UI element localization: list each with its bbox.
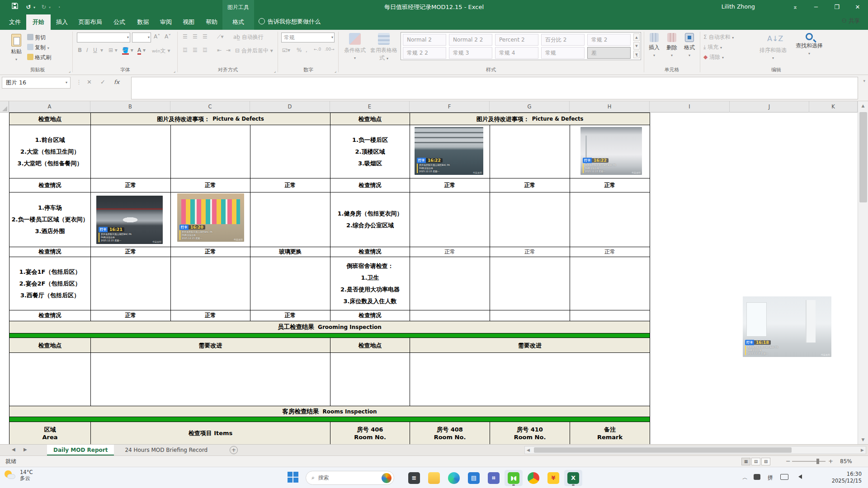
cell-F22[interactable]: [410, 192, 490, 247]
cell-B19[interactable]: 图片及待改进事项：Picture & Defects: [90, 113, 330, 125]
taskbar-app-file-explorer[interactable]: [425, 470, 443, 486]
volume-icon[interactable]: [798, 474, 802, 480]
cell-style-Normal 2[interactable]: Normal 2: [403, 34, 446, 46]
fill-color-icon[interactable]: 🪣 ▾: [122, 47, 133, 53]
cell-style-差[interactable]: 差: [587, 47, 631, 59]
photo-lockers[interactable]: 打卡16:20贵州省贵阳市观山湖区BAC PAPA商业综合体2025.12.15…: [177, 193, 244, 242]
cell-F28[interactable]: 需要改进: [410, 338, 650, 353]
cell-D24[interactable]: [250, 257, 330, 310]
taskbar-app-remote-app[interactable]: ⌗: [485, 470, 503, 486]
cell-E21[interactable]: 检查情况: [330, 178, 410, 192]
phonetic-icon[interactable]: wén文 ▾: [152, 47, 170, 55]
new-sheet-icon[interactable]: +: [230, 446, 238, 454]
cell-style-常规 2[interactable]: 常规 2: [587, 34, 631, 46]
align-left-icon[interactable]: ☲: [183, 47, 188, 53]
cell-D25[interactable]: 正常: [250, 310, 330, 321]
name-box[interactable]: 图片 16▾: [2, 77, 71, 89]
namebox-splitter[interactable]: ⋮: [76, 79, 82, 85]
cell-H21[interactable]: 正常: [570, 178, 650, 192]
scroll-left-icon[interactable]: ◀: [527, 448, 530, 452]
cell-D23[interactable]: 玻璃更换: [250, 247, 330, 257]
orientation-icon[interactable]: ⟋▾: [217, 33, 223, 40]
cell-C25[interactable]: 正常: [170, 310, 250, 321]
cell-B28[interactable]: 需要改进: [90, 338, 330, 353]
restore-icon[interactable]: ❐: [826, 0, 847, 14]
tab-视图[interactable]: 视图: [177, 14, 200, 30]
taskbar-app-excel[interactable]: X: [564, 470, 582, 486]
weather-widget[interactable]: 14°C多云: [5, 469, 33, 481]
align-right-icon[interactable]: ☲: [203, 47, 208, 53]
taskbar-app-edge-browser[interactable]: [445, 470, 463, 486]
column-header-K[interactable]: K: [809, 101, 858, 113]
cell-D21[interactable]: 正常: [250, 178, 330, 192]
cell-D22[interactable]: [250, 192, 330, 247]
number-dialog-launcher-icon[interactable]: ⌟: [335, 69, 336, 73]
cell-E25[interactable]: 检查情况: [330, 310, 410, 321]
cell-E19[interactable]: 检查地点: [330, 113, 410, 125]
merge-center-button[interactable]: ⊟ 合并后居中 ▾: [235, 47, 273, 55]
column-header-H[interactable]: H: [570, 101, 650, 113]
cell-B29[interactable]: [90, 352, 330, 406]
autosum-button[interactable]: Σ 自动求和 ▾: [703, 32, 734, 42]
cancel-formula-icon[interactable]: ✕: [87, 79, 92, 85]
cell-C24[interactable]: [170, 257, 250, 310]
tab-插入[interactable]: 插入: [51, 14, 73, 30]
cell-A30[interactable]: 客房检查结果Rooms Inspection: [9, 406, 650, 417]
clear-button[interactable]: ◆ 清除 ▾: [703, 52, 724, 62]
cell-A29[interactable]: [9, 352, 91, 406]
cell-A22[interactable]: 1.停车场 2.负一楼员工区域（更衣间） 3.酒店外围: [9, 192, 91, 247]
vertical-scroll-thumb[interactable]: [859, 112, 867, 202]
cell-E23[interactable]: 检查情况: [330, 247, 410, 257]
bold-icon[interactable]: B: [78, 47, 82, 53]
start-button[interactable]: [288, 472, 299, 483]
gallery-up-icon[interactable]: ▲: [633, 33, 640, 41]
cell-H32[interactable]: 备注 Remark: [570, 422, 650, 445]
tab-公式[interactable]: 公式: [107, 14, 132, 30]
column-header-F[interactable]: F: [410, 101, 490, 113]
cell-C20[interactable]: [170, 125, 250, 178]
formula-input[interactable]: [131, 77, 858, 99]
cell-style-Normal 2 2[interactable]: Normal 2 2: [449, 34, 492, 46]
paste-button[interactable]: 粘贴▾: [6, 32, 26, 66]
taskbar-app-chrome-browser[interactable]: [524, 470, 542, 486]
zoom-out-icon[interactable]: −: [786, 458, 791, 465]
cell-F24[interactable]: [410, 257, 490, 310]
cell-style-常规 2 2[interactable]: 常规 2 2: [403, 47, 446, 59]
tray-chat-icon[interactable]: [754, 474, 760, 481]
tab-帮助[interactable]: 帮助: [200, 14, 223, 30]
cell-A20[interactable]: 1.前台区域 2.大堂（包括卫生间） 3.大堂吧（包括备餐间）: [9, 125, 91, 178]
share-button[interactable]: ⚇ 共享: [842, 17, 860, 25]
shrink-font-icon[interactable]: A˅: [165, 33, 171, 40]
zoom-slider-thumb[interactable]: [816, 459, 819, 464]
cell-F19[interactable]: 图片及待改进事项：Picture & Defects: [410, 113, 650, 125]
tellme-box[interactable]: 告诉我你想要做什么: [259, 18, 321, 26]
underline-icon[interactable]: U: [93, 47, 97, 53]
photo-floating[interactable]: 打卡16:18贵州省贵阳市观山湖区BAC PAPA商业综合体2025.12.15…: [743, 296, 831, 357]
number-format-combo[interactable]: 常规▾: [281, 33, 335, 42]
decrease-indent-icon[interactable]: ⇤: [217, 47, 222, 53]
wrap-text-button[interactable]: ab̲ 自动换行: [233, 33, 264, 41]
borders-icon[interactable]: ⊞ ▾: [108, 47, 118, 53]
column-header-I[interactable]: I: [650, 101, 730, 113]
align-middle-icon[interactable]: ☰: [193, 33, 198, 40]
close-icon[interactable]: ✕: [847, 0, 868, 14]
cell-style-常规 3[interactable]: 常规 3: [449, 47, 492, 59]
format-cells-button[interactable]: 格式▾: [681, 32, 698, 58]
normal-view-icon[interactable]: ▦: [741, 458, 750, 465]
cell-B32[interactable]: 检查项目 Items: [90, 422, 330, 445]
search-input[interactable]: ⌕搜索: [306, 471, 394, 485]
zoom-slider-track[interactable]: [792, 461, 826, 462]
cell-A26[interactable]: 员工检查结果Grooming Inspection: [9, 321, 650, 333]
photo-corridor[interactable]: 打卡16:22贵州省贵阳市观山湖区BAC PAPA商业综合体2025.12.15…: [580, 127, 642, 175]
cell-A24[interactable]: 1.宴会1F（包括后区） 2.宴会2F（包括后区） 3.西餐厅（包括后区）: [9, 257, 91, 310]
cell-style-百分比 2[interactable]: 百分比 2: [541, 34, 585, 46]
cell-G20[interactable]: [490, 125, 570, 178]
clipboard-dialog-launcher-icon[interactable]: ⌟: [69, 69, 71, 73]
sheet-nav-right-icon[interactable]: ▶: [24, 447, 27, 452]
enter-formula-icon[interactable]: ✓: [100, 79, 105, 85]
cell-G22[interactable]: [490, 192, 570, 247]
italic-icon[interactable]: I: [86, 47, 88, 53]
cell-A21[interactable]: 检查情况: [9, 178, 91, 192]
cell-B20[interactable]: [90, 125, 171, 178]
minimize-icon[interactable]: ─: [806, 0, 826, 14]
